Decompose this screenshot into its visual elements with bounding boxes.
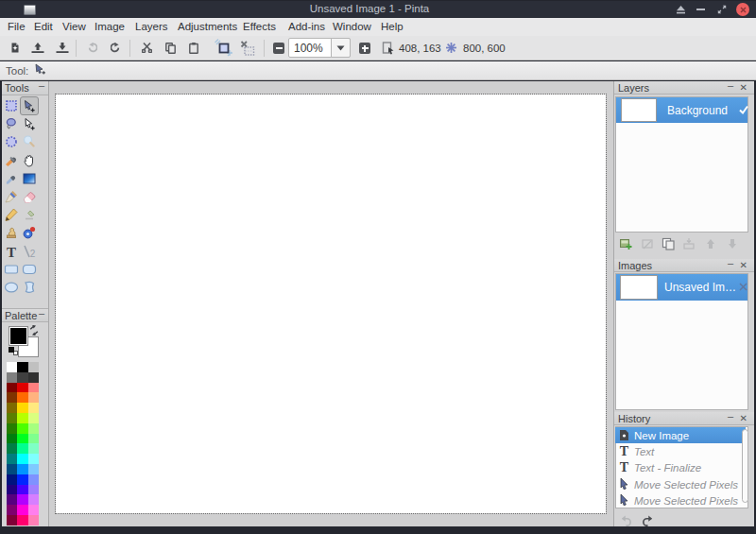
svg-text:T: T bbox=[7, 245, 16, 260]
svg-text:T: T bbox=[620, 444, 629, 457]
svg-text:2: 2 bbox=[30, 249, 36, 259]
svg-text:T: T bbox=[620, 460, 629, 474]
